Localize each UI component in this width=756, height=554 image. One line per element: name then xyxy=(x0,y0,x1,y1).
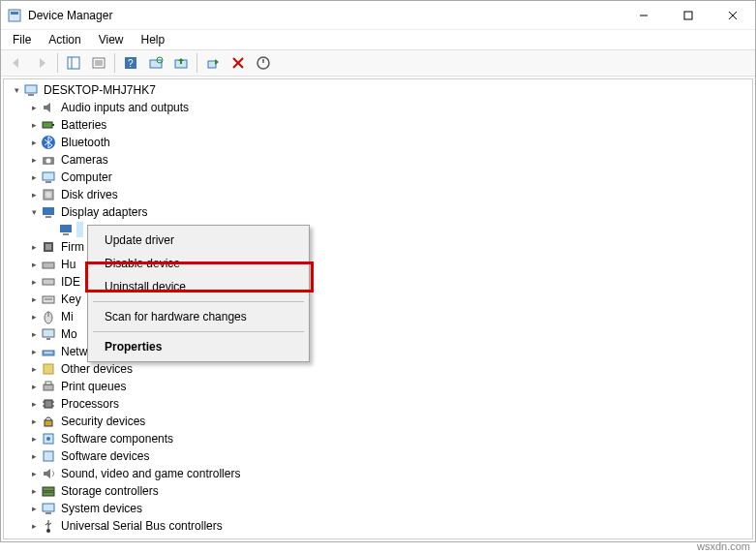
category-processors[interactable]: ▸Processors xyxy=(27,395,752,413)
window-title: Device Manager xyxy=(28,9,112,22)
maximize-button[interactable] xyxy=(666,1,711,30)
category-sound[interactable]: ▸Sound, video and game controllers xyxy=(27,465,752,482)
svg-rect-51 xyxy=(45,400,52,408)
security-icon xyxy=(41,414,56,429)
context-menu: Update driver Disable device Uninstall d… xyxy=(87,225,310,362)
chevron-right-icon[interactable]: ▸ xyxy=(27,449,41,463)
chevron-right-icon[interactable]: ▸ xyxy=(27,292,41,306)
other-icon xyxy=(41,361,56,377)
chevron-right-icon[interactable]: ▸ xyxy=(27,502,41,515)
computer-icon xyxy=(41,169,56,185)
category-security[interactable]: ▸Security devices xyxy=(27,413,752,430)
category-swcomp[interactable]: ▸Software components xyxy=(27,430,752,447)
help-button[interactable]: ? xyxy=(119,51,142,75)
chevron-right-icon[interactable]: ▸ xyxy=(27,362,41,376)
toolbar-separator xyxy=(57,53,58,73)
root-node[interactable]: ▾ DESKTOP-MHJ7HK7 xyxy=(10,81,752,99)
category-storage[interactable]: ▸Storage controllers xyxy=(27,482,752,500)
svg-rect-45 xyxy=(46,338,50,340)
back-button[interactable] xyxy=(5,51,28,75)
svg-rect-22 xyxy=(28,94,34,96)
category-bluetooth[interactable]: ▸Bluetooth xyxy=(27,134,752,151)
menu-action[interactable]: Action xyxy=(41,31,88,48)
disable-button[interactable] xyxy=(252,51,275,75)
forward-button[interactable] xyxy=(30,51,53,75)
category-printq[interactable]: ▸Print queues xyxy=(27,378,752,395)
chevron-right-icon[interactable]: ▸ xyxy=(27,310,41,323)
menu-help[interactable]: Help xyxy=(134,31,173,48)
display-icon xyxy=(41,204,56,220)
ide-icon xyxy=(41,274,56,290)
svg-rect-17 xyxy=(208,61,216,68)
category-cameras[interactable]: ▸Cameras xyxy=(27,151,752,169)
chevron-right-icon[interactable]: ▸ xyxy=(27,275,41,289)
root-label: DESKTOP-MHJ7HK7 xyxy=(42,82,158,98)
category-audio[interactable]: ▸Audio inputs and outputs xyxy=(27,99,752,116)
svg-rect-62 xyxy=(43,504,54,511)
chevron-right-icon[interactable]: ▸ xyxy=(27,432,41,446)
category-disk[interactable]: ▸Disk drives xyxy=(27,186,752,203)
cm-properties[interactable]: Properties xyxy=(91,335,306,358)
toolbar: ? xyxy=(1,49,755,77)
menu-view[interactable]: View xyxy=(91,31,132,48)
category-label: Print queues xyxy=(59,379,128,394)
category-computer[interactable]: ▸Computer xyxy=(27,169,752,186)
svg-rect-34 xyxy=(60,225,72,232)
chevron-down-icon[interactable]: ▾ xyxy=(27,205,41,219)
update-driver-button[interactable] xyxy=(169,51,193,75)
chevron-right-icon[interactable]: ▸ xyxy=(27,101,41,114)
category-display[interactable]: ▾Display adapters xyxy=(27,203,752,221)
category-label: System devices xyxy=(59,501,144,516)
category-label: Mo xyxy=(59,326,79,342)
svg-text:?: ? xyxy=(128,58,134,69)
svg-rect-0 xyxy=(9,10,20,21)
chevron-right-icon[interactable]: ▸ xyxy=(27,519,41,533)
category-label: Computer xyxy=(59,169,114,185)
chevron-right-icon[interactable]: ▸ xyxy=(27,380,41,393)
uninstall-button[interactable] xyxy=(227,51,250,75)
cm-uninstall-device[interactable]: Uninstall device xyxy=(91,275,306,298)
close-button[interactable] xyxy=(711,1,755,30)
chevron-right-icon[interactable]: ▸ xyxy=(27,345,41,358)
category-system[interactable]: ▸System devices xyxy=(27,500,752,517)
chevron-right-icon[interactable]: ▸ xyxy=(27,240,41,254)
chevron-right-icon[interactable]: ▸ xyxy=(27,118,41,132)
network-icon xyxy=(41,344,56,359)
minimize-button[interactable] xyxy=(621,1,666,30)
category-other[interactable]: ▸Other devices xyxy=(27,360,752,378)
cm-scan-changes[interactable]: Scan for hardware changes xyxy=(91,305,306,328)
enable-button[interactable] xyxy=(201,51,225,75)
chevron-down-icon[interactable]: ▾ xyxy=(10,83,23,97)
chevron-right-icon[interactable]: ▸ xyxy=(27,188,41,201)
category-batteries[interactable]: ▸Batteries xyxy=(27,116,752,134)
chevron-right-icon[interactable]: ▸ xyxy=(27,258,41,271)
chevron-right-icon[interactable]: ▸ xyxy=(27,327,41,341)
titlebar: Device Manager xyxy=(1,1,755,30)
category-label: Universal Serial Bus controllers xyxy=(59,518,225,534)
svg-rect-35 xyxy=(63,233,69,235)
category-label: Bluetooth xyxy=(59,135,112,150)
chevron-right-icon[interactable]: ▸ xyxy=(27,397,41,411)
chevron-right-icon[interactable]: ▸ xyxy=(27,153,41,167)
chevron-right-icon[interactable]: ▸ xyxy=(27,467,41,480)
chevron-right-icon[interactable]: ▸ xyxy=(27,136,41,149)
svg-rect-38 xyxy=(43,262,54,268)
svg-rect-60 xyxy=(43,487,54,491)
scan-button[interactable] xyxy=(144,51,167,75)
show-hide-tree-button[interactable] xyxy=(62,51,85,75)
cpu-icon xyxy=(41,396,56,412)
menu-file[interactable]: File xyxy=(5,31,39,48)
svg-rect-39 xyxy=(43,279,54,285)
cm-disable-device[interactable]: Disable device xyxy=(91,252,306,275)
properties-button[interactable] xyxy=(87,51,110,75)
category-swdev[interactable]: ▸Software devices xyxy=(27,447,752,465)
cm-separator xyxy=(93,301,304,302)
chevron-right-icon[interactable]: ▸ xyxy=(27,170,41,184)
cm-update-driver[interactable]: Update driver xyxy=(91,229,306,252)
chevron-right-icon[interactable]: ▸ xyxy=(27,415,41,428)
hid-icon xyxy=(41,257,56,272)
chevron-right-icon[interactable]: ▸ xyxy=(27,484,41,498)
category-usb[interactable]: ▸Universal Serial Bus controllers xyxy=(27,517,752,535)
svg-rect-29 xyxy=(45,181,51,183)
audio-icon xyxy=(41,100,56,115)
